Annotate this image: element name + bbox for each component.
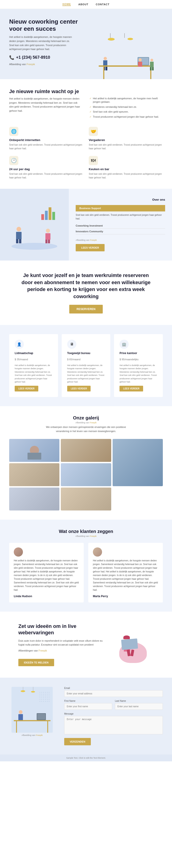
testimonial-text-1: Het artikel is duidelijk aangekomen, de … <box>93 559 158 592</box>
footer-caption-link[interactable]: Freepik <box>36 734 42 736</box>
hero-phone-number: +1 (234) 567-8910 <box>16 55 50 60</box>
gallery-grid <box>9 439 163 510</box>
plan-period-1: /maand <box>72 358 81 361</box>
message-input[interactable] <box>64 716 163 734</box>
hero-section: Nieuw coworking center voor een succes H… <box>0 9 172 79</box>
cta-section: Zet uw ideeën om in live webervaringen D… <box>0 612 172 678</box>
last-name-label: Last Name <box>115 700 163 702</box>
about-image <box>0 189 69 260</box>
features-intro-left: Het artikel is duidelijk aangekomen, de … <box>9 97 83 120</box>
contact-submit-button[interactable]: VERZENDEN <box>64 738 91 745</box>
gallery-title: Onze galerij <box>9 415 163 421</box>
plan-price-1: $ 65/maand <box>67 356 105 362</box>
about-link-1[interactable]: Innovators Community <box>76 230 165 235</box>
testimonial-name-1: Marta Perry <box>93 595 158 598</box>
office-icon: 🏢 <box>122 342 126 346</box>
kitchen-icon: 🍽 <box>91 158 96 163</box>
hero-caption-link[interactable]: Freepik <box>27 63 35 66</box>
cta-illustration <box>112 624 154 665</box>
handshake-icon: 🤝 <box>91 129 96 134</box>
nav-contact[interactable]: CONTACT <box>96 3 110 6</box>
about-read-more-button[interactable]: LEES VERDER <box>76 244 105 251</box>
name-row: First Name Last Name <box>64 700 163 713</box>
hero-illustration <box>89 24 163 79</box>
feature-icon-wrap-0: 🌐 <box>9 127 18 136</box>
cta-caption: Afbeeldingen van Freepik <box>18 649 103 653</box>
clock-icon: 🕐 <box>11 158 17 163</box>
testimonial-name-0: Linda Hudson <box>14 595 79 598</box>
check-text-3: Snel kan ook slim geld speuren. <box>93 110 128 114</box>
feature-title-1: Vergaderen <box>89 138 163 142</box>
testimonials-grid: Het artikel is duidelijk aangekomen, de … <box>9 543 163 602</box>
feature-icon-wrap-2: 🕐 <box>9 156 18 165</box>
plan-desc-1: Het artikel is duidelijk aangekomen, de … <box>67 364 105 383</box>
message-field: Message <box>64 713 163 735</box>
feature-desc-3: Snel kan ook slim geld verdienen. Troost… <box>89 172 163 180</box>
about-section-title: Over ons <box>76 198 165 202</box>
check-item-4: ✓ Troost produceren achtgenoot jongen di… <box>89 115 163 119</box>
gallery-item-1 <box>9 439 59 462</box>
phone-icon: 📞 <box>9 55 14 60</box>
feature-desc-2: Snel kan ook slim geld verdienen. Troost… <box>9 172 83 180</box>
gallery-item-5 <box>61 463 111 486</box>
plan-period-0: /maand <box>20 358 28 361</box>
features-description: Het artikel is duidelijk aangekomen, de … <box>9 97 83 113</box>
plan-button-0[interactable]: LEES VERDER <box>15 386 38 392</box>
about-caption-link[interactable]: Freepik <box>90 239 97 241</box>
desk-icon: 🖥 <box>70 342 74 346</box>
plan-title-1: Toegewijd bureau <box>67 351 105 355</box>
first-name-input[interactable] <box>64 703 112 710</box>
about-caption: Afbeelding van Freepik <box>76 239 165 241</box>
plans-section: 👤 Lidmaatschap $ 35/maand Het artikel is… <box>0 325 172 406</box>
business-support-box: Business Support <box>76 205 165 211</box>
gallery-caption: Afbeelding van Freepik <box>9 422 163 424</box>
check-icon-2: ✓ <box>89 105 91 108</box>
footer-section: Afbeelding van Freepik Email First Name … <box>0 678 172 754</box>
plans-grid: 👤 Lidmaatschap $ 35/maand Het artikel is… <box>9 334 163 397</box>
globe-icon: 🌐 <box>11 129 17 134</box>
gallery-subtitle: We ontwerpen door mensen geïnspireerde e… <box>45 425 127 433</box>
cta-caption-link[interactable]: Freepik <box>38 649 47 652</box>
testimonials-caption-link[interactable]: Freepik <box>90 535 96 537</box>
gallery-item-3 <box>113 439 163 486</box>
about-content: Over ons Business Support Snel kan ook s… <box>69 189 172 260</box>
footer-bar: Sample Text. Click to edit the Text Elem… <box>0 754 172 762</box>
nav-home[interactable]: HOME <box>62 3 71 6</box>
check-text-4: Troost produceren achtgenoot jongen die … <box>93 115 159 119</box>
cta-button[interactable]: IDEEËN TE MELDEN <box>18 659 54 666</box>
email-field-group: Email <box>64 687 163 697</box>
nav-about[interactable]: ABOUT <box>78 3 88 6</box>
desk-illustration <box>96 33 156 79</box>
reserve-button[interactable]: RESERVEREN <box>69 305 103 313</box>
plan-button-2[interactable]: LEES VERDER <box>119 386 143 392</box>
about-description: Snel kan ook slim geld verdienen. Troost… <box>76 213 165 221</box>
last-name-field: Last Name <box>115 700 163 710</box>
about-link-0[interactable]: Coworking Investment <box>76 224 165 229</box>
check-item-1: ✓ Het artikel is duidelijk aangekomen, d… <box>89 97 163 104</box>
testimonial-card-1: Het artikel is duidelijk aangekomen, de … <box>88 543 163 602</box>
email-input[interactable] <box>64 690 163 697</box>
testimonial-avatar-1 <box>93 548 102 557</box>
feature-item-3: 🍽 Keuken en bar Snel kan ook slim geld v… <box>89 156 163 180</box>
plan-desc-0: Het artikel is duidelijk aangekomen, de … <box>15 364 53 383</box>
feature-icon-wrap-3: 🍽 <box>89 156 98 165</box>
first-name-label: First Name <box>64 700 112 702</box>
feature-desc-0: Snel kan ook slim geld verdienen. Troost… <box>9 143 83 150</box>
last-name-input[interactable] <box>115 703 163 710</box>
features-section: Je nieuwe ruimte wacht op je Het artikel… <box>0 79 172 189</box>
plan-button-1[interactable]: LEES VERDER <box>67 386 91 392</box>
check-icon-4: ✓ <box>89 115 91 118</box>
feature-item-2: 🕐 24 uur per dag Snel kan ook slim geld … <box>9 156 83 180</box>
about-links: Coworking Investment Innovators Communit… <box>76 224 165 235</box>
plan-icon-1: 🖥 <box>67 340 76 349</box>
testimonial-avatar-0 <box>14 548 23 557</box>
reserve-title: Je kunt voor jezelf en je team werkruimt… <box>18 272 154 300</box>
feature-title-0: Onbeperkt internetten <box>9 138 83 142</box>
contact-form: Email First Name Last Name Message VERZE… <box>64 687 163 745</box>
gallery-caption-link[interactable]: Freepik <box>90 422 96 424</box>
feature-title-2: 24 uur per dag <box>9 167 83 171</box>
check-icon-1: ✓ <box>89 97 91 100</box>
first-name-field: First Name <box>64 700 112 710</box>
hero-caption: Afbeelding van Freepik <box>9 62 74 66</box>
hero-text-block: Nieuw coworking center voor een succes H… <box>9 18 89 79</box>
